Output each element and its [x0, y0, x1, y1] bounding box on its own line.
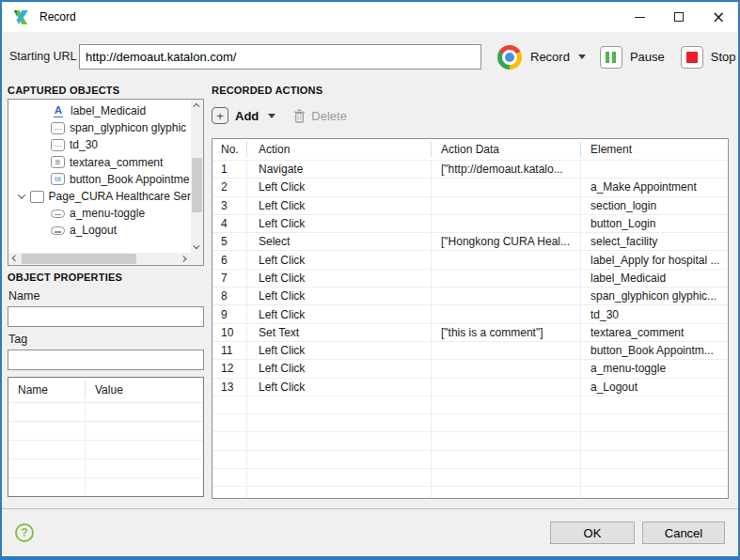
help-button[interactable]: ?: [15, 523, 34, 542]
cell-action-data: [432, 432, 581, 449]
cell-action-data: [432, 270, 581, 287]
tree-item[interactable]: td_30: [8, 136, 191, 153]
horizontal-scrollbar[interactable]: [8, 253, 191, 265]
stop-button-label: Stop: [711, 50, 736, 64]
no-column-header: No.: [213, 142, 247, 157]
table-row[interactable]: 13 Left Click a_Logout: [213, 379, 728, 397]
tree-item[interactable]: button_Book Appointme: [8, 171, 191, 188]
actions-table-header: No. Action Action Data Element: [213, 139, 728, 161]
cell-action: Left Click: [247, 305, 432, 322]
vertical-scrollbar[interactable]: [191, 100, 203, 253]
starting-url-input[interactable]: [79, 44, 481, 70]
table-row[interactable]: [8, 421, 203, 440]
pause-button[interactable]: Pause: [600, 46, 665, 69]
tree-item-label: Page_CURA Healthcare Ser: [49, 190, 191, 203]
cell-action-data: [432, 414, 581, 431]
table-row[interactable]: [213, 469, 728, 487]
table-row[interactable]: [213, 451, 728, 469]
table-row[interactable]: 6 Left Click label_Apply for hospital ..…: [213, 251, 728, 269]
close-button[interactable]: ×: [699, 2, 738, 32]
starting-url-label: Starting URL: [9, 50, 77, 63]
cell-action-data: [432, 179, 581, 195]
record-button[interactable]: Record: [497, 45, 578, 70]
delete-button[interactable]: Delete: [293, 109, 347, 123]
captured-objects-title: CAPTURED OBJECTS: [8, 85, 119, 96]
cell-no: 11: [213, 342, 247, 359]
span-icon: [51, 122, 65, 134]
cell-action: [247, 432, 432, 449]
scroll-down-button[interactable]: [191, 241, 203, 253]
tag-input[interactable]: [8, 350, 204, 370]
add-plus-icon: +: [212, 107, 228, 124]
cell-action: [247, 451, 432, 468]
action-data-column-header: Action Data: [432, 142, 581, 157]
cell-action-data: [432, 251, 581, 268]
horizontal-scrollbar-thumb[interactable]: [22, 254, 136, 264]
table-row[interactable]: [213, 414, 728, 432]
add-button[interactable]: + Add: [212, 107, 268, 124]
table-row[interactable]: 8 Left Click span_glyphicon glyphic...: [213, 288, 728, 305]
tree-item[interactable]: textarea_comment: [8, 154, 191, 171]
cell-action: Left Click: [247, 379, 432, 396]
add-dropdown-button[interactable]: [268, 114, 276, 118]
table-row[interactable]: 10 Set Text ["this is a comment"] textar…: [213, 324, 728, 342]
link-icon: [51, 210, 65, 218]
tree-item-label: button_Book Appointme: [70, 173, 189, 186]
table-row[interactable]: [8, 440, 203, 459]
expander-chevron-icon[interactable]: [16, 194, 27, 199]
table-row[interactable]: [8, 477, 203, 496]
record-button-label: Record: [530, 50, 570, 64]
value-column-header: Value: [86, 383, 123, 397]
table-row[interactable]: 7 Left Click label_Medicaid: [213, 270, 728, 288]
vertical-scrollbar-thumb[interactable]: [192, 158, 202, 212]
table-row[interactable]: [8, 402, 203, 421]
table-row[interactable]: 11 Left Click button_Book Appointm...: [213, 342, 728, 360]
cell-element: [581, 414, 728, 431]
caret-down-icon: [268, 114, 276, 118]
scroll-up-button[interactable]: [191, 100, 203, 112]
ok-button[interactable]: OK: [550, 521, 635, 544]
actions-toolbar: + Add Delete: [212, 102, 347, 129]
table-row[interactable]: 1 Navigate ["http://demoaut.katalo...: [213, 161, 728, 179]
cell-element: [581, 469, 728, 486]
scroll-right-button[interactable]: [179, 253, 191, 265]
maximize-button[interactable]: [659, 2, 699, 32]
table-row[interactable]: 5 Select ["Hongkong CURA Heal... select_…: [213, 233, 728, 251]
cell-no: 9: [213, 305, 247, 322]
cell-action-data: [432, 487, 581, 499]
cell-element: a_Make Appointment: [581, 179, 728, 195]
cell-action: Left Click: [247, 215, 432, 232]
cell-action: Set Text: [247, 324, 432, 341]
tree-item[interactable]: a_menu-toggle: [8, 205, 191, 222]
table-row[interactable]: [213, 487, 728, 499]
tree-item-label: td_30: [70, 138, 98, 151]
cell-element: a_Logout: [581, 379, 728, 396]
cancel-button[interactable]: Cancel: [642, 521, 725, 544]
cell-no: 4: [213, 215, 247, 232]
tree-item-label: a_menu-toggle: [70, 207, 145, 220]
action-column-header: Action: [247, 142, 432, 157]
table-row[interactable]: 3 Left Click section_login: [213, 197, 728, 215]
cell-element: section_login: [581, 197, 728, 214]
minimize-button[interactable]: [620, 2, 659, 32]
tree-item[interactable]: label_Medicaid: [8, 102, 191, 119]
cell-no: 2: [213, 179, 247, 195]
table-row[interactable]: 12 Left Click a_menu-toggle: [213, 360, 728, 378]
table-row[interactable]: 2 Left Click a_Make Appointment: [213, 179, 728, 196]
table-row[interactable]: [8, 459, 203, 477]
tree-item[interactable]: a_Logout: [8, 222, 191, 239]
tree-item-label: span_glyphicon glyphic: [70, 121, 186, 134]
table-row[interactable]: 4 Left Click button_Login: [213, 215, 728, 233]
record-toolbar: Record Pause Stop: [497, 43, 736, 70]
table-row[interactable]: [213, 397, 728, 414]
record-dropdown-button[interactable]: [578, 54, 586, 59]
table-row[interactable]: [213, 432, 728, 450]
table-row[interactable]: 9 Left Click td_30: [213, 305, 728, 323]
name-input[interactable]: [8, 306, 204, 327]
tree-item[interactable]: Page_CURA Healthcare Ser: [8, 188, 191, 205]
cell-action: Left Click: [247, 360, 432, 377]
stop-button[interactable]: Stop: [681, 46, 736, 69]
tree-item-label: textarea_comment: [70, 156, 163, 169]
scroll-left-button[interactable]: [8, 253, 21, 265]
tree-item[interactable]: span_glyphicon glyphic: [8, 119, 191, 136]
